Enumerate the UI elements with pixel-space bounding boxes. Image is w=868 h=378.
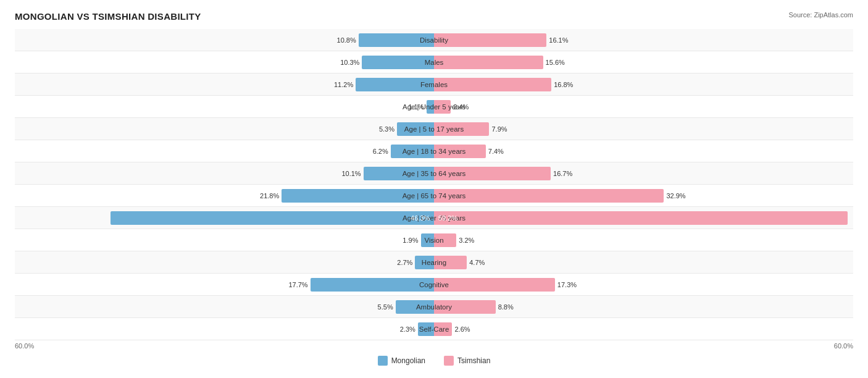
bar-row: Age | 35 to 64 years10.1%16.7% [15,162,853,185]
bar-right [434,189,664,203]
legend-tsimshian: Tsimshian [444,356,490,366]
bar-row: Males10.3%15.6% [15,51,853,74]
value-right: 7.9% [491,125,507,133]
bar-row: Females11.2%16.8% [15,74,853,96]
bar-label: Ambulatory [416,303,452,311]
bar-right [434,56,543,69]
bar-label: Disability [420,36,448,44]
value-left: 21.8% [260,192,279,200]
value-right: 7.4% [488,148,504,155]
value-left: 10.8% [337,36,356,44]
bars-wrapper: Self-Care2.3%2.6% [15,318,853,340]
value-right: 3.2% [459,237,474,244]
bars-wrapper: Age | Under 5 years1.1%2.4% [15,96,853,117]
bar-label: Females [420,81,448,88]
value-left: 46.3% [411,214,430,222]
mongolian-label: Mongolian [391,356,425,365]
bar-row: Vision1.9%3.2% [15,229,853,251]
bar-row: Self-Care2.3%2.6% [15,318,853,340]
bar-row: Disability10.8%16.1% [15,29,853,51]
value-right: 32.9% [666,192,685,200]
axis-left-label: 60.0% [15,342,34,350]
value-left: 2.3% [400,326,415,333]
value-right: 8.8% [498,303,514,311]
bar-label: Age | 65 to 74 years [403,192,466,200]
axis-right-label: 60.0% [834,342,853,350]
bar-row: Age | 18 to 34 years6.2%7.4% [15,140,853,162]
value-right: 59.2% [438,214,457,222]
chart-area: Disability10.8%16.1%Males10.3%15.6%Femal… [15,29,853,340]
bars-wrapper: Age | 18 to 34 years6.2%7.4% [15,140,853,162]
source-line: Source: ZipAtlas.com [788,11,853,19]
bar-label: Age | 18 to 34 years [403,148,466,155]
value-right: 15.6% [546,59,565,66]
bars-wrapper: Cognitive17.7%17.3% [15,274,853,295]
bars-wrapper: Age | 65 to 74 years21.8%32.9% [15,185,853,206]
bar-row: Hearing2.7%4.7% [15,251,853,274]
bar-row: Age | Over 75 years46.3%59.2% [15,207,853,229]
value-left: 17.7% [288,281,307,288]
bar-row: Cognitive17.7%17.3% [15,274,853,296]
value-right: 4.7% [469,259,485,266]
value-left: 2.7% [397,259,412,266]
value-right: 16.1% [549,36,568,44]
value-left: 11.2% [334,81,353,88]
bars-wrapper: Males10.3%15.6% [15,51,853,73]
bars-wrapper: Females11.2%16.8% [15,74,853,95]
bar-left [111,211,434,225]
value-right: 2.6% [454,326,470,333]
bar-label: Males [425,59,444,66]
bars-wrapper: Disability10.8%16.1% [15,29,853,51]
bar-label: Cognitive [419,281,449,288]
bar-row: Ambulatory5.5%8.8% [15,296,853,318]
tsimshian-swatch [444,356,454,366]
value-right: 17.3% [557,281,577,288]
mongolian-swatch [378,356,388,366]
bar-label: Age | 35 to 64 years [403,170,466,177]
bar-row: Age | Under 5 years1.1%2.4% [15,96,853,118]
value-left: 5.3% [379,125,394,133]
value-left: 10.1% [341,170,361,177]
value-left: 5.5% [378,303,393,311]
value-left: 10.3% [340,59,359,66]
value-left: 6.2% [373,148,388,155]
value-left: 1.1% [408,103,424,111]
value-right: 16.7% [553,170,572,177]
value-left: 1.9% [403,237,418,244]
axis-labels: 60.0% 60.0% [15,340,853,351]
bar-left [311,278,434,292]
bar-label: Hearing [422,259,446,266]
bar-right [434,78,551,91]
bar-right [434,278,555,292]
legend: Mongolian Tsimshian [15,356,853,366]
tsimshian-label: Tsimshian [457,356,490,365]
value-right: 2.4% [453,103,469,111]
bar-right [434,211,848,225]
bars-wrapper: Hearing2.7%4.7% [15,251,853,273]
bar-label: Age | 5 to 17 years [404,125,464,133]
bar-label: Vision [424,237,443,244]
chart-container: MONGOLIAN VS TSIMSHIAN DISABILITY Source… [0,0,868,378]
bar-right [434,33,546,47]
bars-wrapper: Age | Over 75 years46.3%59.2% [15,207,853,229]
bar-label: Self-Care [419,326,449,333]
bar-row: Age | 5 to 17 years5.3%7.9% [15,118,853,140]
bars-wrapper: Ambulatory5.5%8.8% [15,296,853,317]
value-right: 16.8% [554,81,573,88]
bars-wrapper: Age | 35 to 64 years10.1%16.7% [15,162,853,184]
bar-row: Age | 65 to 74 years21.8%32.9% [15,185,853,207]
legend-mongolian: Mongolian [378,356,425,366]
bars-wrapper: Age | 5 to 17 years5.3%7.9% [15,118,853,140]
bars-wrapper: Vision1.9%3.2% [15,229,853,251]
bar-left [362,56,434,69]
chart-title: MONGOLIAN VS TSIMSHIAN DISABILITY [15,11,201,22]
